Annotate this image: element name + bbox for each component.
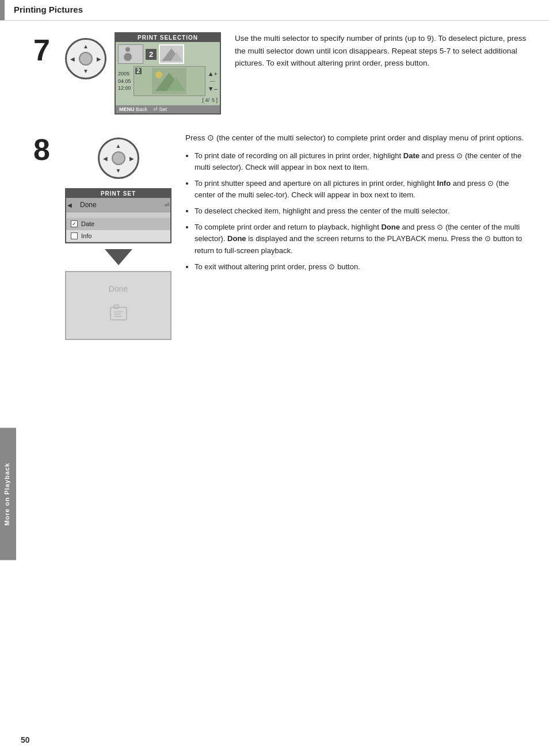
lcd-corner-info: [ 4/ 5 ] bbox=[118, 97, 218, 103]
lcd-done-screen: Done bbox=[65, 271, 171, 340]
step-7-description: Use the multi selector to specify number… bbox=[235, 34, 526, 67]
bullet-4: To complete print order and return to pl… bbox=[195, 222, 532, 256]
lcd-main-row: 2005 04.05 12:00 2 bbox=[118, 66, 218, 96]
lcd-thumb-1 bbox=[118, 44, 143, 64]
lcd-print-selection: PRINT SELECTION 2 bbox=[115, 32, 221, 114]
camera-nav-7: ▲ ▼ ◀ ▶ bbox=[65, 38, 106, 79]
nav-center-button bbox=[79, 52, 93, 66]
lcd-done-label: Done bbox=[80, 201, 97, 209]
step-8-text: Press ⊙ (the center of the multi selecto… bbox=[171, 132, 532, 277]
bullet-3: To deselect checked item, highlight and … bbox=[195, 205, 532, 217]
step-7-row: 7 ▲ ▼ ◀ ▶ PRINT SELECTION bbox=[33, 32, 532, 114]
lcd-done-row: ◀ Done ⏎ bbox=[66, 198, 170, 212]
sidebar: More on Playback bbox=[0, 21, 16, 756]
lcd-thumb-2 bbox=[159, 44, 184, 64]
lcd-info-label: Info bbox=[81, 232, 92, 239]
step-8-bullets: To print date of recording on all pictur… bbox=[185, 150, 532, 273]
svg-point-1 bbox=[124, 53, 132, 61]
svg-point-7 bbox=[155, 71, 162, 78]
nav-center-8 bbox=[112, 151, 125, 165]
lcd-set: ⏎ Set bbox=[153, 106, 167, 112]
main-content: 7 ▲ ▼ ◀ ▶ PRINT SELECTION bbox=[16, 21, 549, 380]
lcd-minus: ▼– bbox=[208, 85, 218, 92]
info-checkbox bbox=[71, 232, 78, 239]
step-8-number: 8 bbox=[33, 135, 65, 165]
nav-arrow-left-8: ◀ bbox=[103, 155, 108, 162]
lcd-right-arrow: ⏎ bbox=[165, 202, 169, 208]
step-8-images: ▲ ▼ ◀ ▶ PRINT SET ◀ Done ⏎ ✓ bbox=[65, 132, 171, 340]
lcd-date-md: 04.05 bbox=[118, 78, 131, 85]
sidebar-label: More on Playback bbox=[0, 428, 16, 560]
lcd-body: 2 2005 04.05 bbox=[116, 42, 220, 105]
step-7-images: ▲ ▼ ◀ ▶ PRINT SELECTION bbox=[65, 32, 221, 114]
lcd-date-item: ✓ Date bbox=[66, 218, 170, 230]
lcd-arrows: ▲+ — ▼– bbox=[208, 70, 218, 92]
bullet-1: To print date of recording on all pictur… bbox=[195, 150, 532, 173]
date-checkbox: ✓ bbox=[71, 220, 78, 227]
step-7-number: 7 bbox=[33, 35, 65, 65]
lcd-done-icon bbox=[108, 303, 129, 327]
lcd-title: PRINT SELECTION bbox=[116, 33, 220, 42]
nav-arrow-left: ◀ bbox=[70, 56, 75, 62]
lcd-count: 2 bbox=[146, 49, 157, 60]
page-title: Printing Pictures bbox=[5, 0, 92, 20]
lcd-plus: ▲+ bbox=[208, 70, 218, 77]
lcd-print-set: PRINT SET ◀ Done ⏎ ✓ Date Info bbox=[65, 188, 171, 243]
svg-point-0 bbox=[125, 47, 130, 52]
nav-arrow-down-8: ▼ bbox=[116, 167, 121, 174]
camera-nav-8: ▲ ▼ ◀ ▶ bbox=[98, 138, 139, 179]
nav-arrow-right-8: ▶ bbox=[129, 155, 134, 162]
step-8-row: 8 ▲ ▼ ◀ ▶ PRINT SET ◀ Done ⏎ bbox=[33, 132, 532, 340]
lcd-printset-body: ◀ Done ⏎ ✓ Date Info bbox=[66, 198, 170, 242]
lcd-main-count: 2 bbox=[135, 68, 142, 74]
lcd-separator: — bbox=[210, 78, 215, 84]
page-header: Printing Pictures bbox=[0, 0, 549, 21]
step-7-text: Use the multi selector to specify number… bbox=[221, 32, 532, 70]
lcd-frame: [ 4/ bbox=[202, 97, 209, 103]
lcd-done-screen-text: Done bbox=[109, 284, 128, 293]
down-arrow-container bbox=[105, 249, 132, 265]
lcd-date-year: 2005 bbox=[118, 70, 131, 78]
nav-arrow-right: ▶ bbox=[97, 56, 101, 62]
down-arrow bbox=[105, 249, 132, 265]
page-number: 50 bbox=[21, 735, 30, 744]
lcd-main-image: 2 bbox=[134, 66, 205, 96]
lcd-left-arrow: ◀ bbox=[67, 202, 72, 208]
nav-arrow-up: ▲ bbox=[83, 43, 89, 49]
bullet-5: To exit without altering print order, pr… bbox=[195, 261, 532, 273]
step-8-intro: Press ⊙ (the center of the multi selecto… bbox=[185, 132, 532, 144]
lcd-menu-back: MENU Back bbox=[119, 106, 147, 112]
lcd-thumbnails: 2 bbox=[118, 44, 218, 64]
lcd-bottom-bar: MENU Back ⏎ Set bbox=[116, 105, 220, 113]
bullet-2: To print shutter speed and aperture on a… bbox=[195, 178, 532, 201]
nav-arrow-up-8: ▲ bbox=[116, 143, 121, 149]
nav-arrow-down: ▼ bbox=[83, 68, 89, 74]
lcd-info-item: Info bbox=[66, 230, 170, 242]
header-accent bbox=[0, 0, 5, 20]
lcd-date-time: 12:00 bbox=[118, 85, 131, 92]
lcd-printset-title: PRINT SET bbox=[66, 189, 170, 198]
lcd-gap bbox=[66, 212, 170, 218]
lcd-date: 2005 04.05 12:00 bbox=[118, 70, 131, 92]
lcd-total: 5 ] bbox=[212, 97, 218, 103]
svg-rect-8 bbox=[110, 307, 127, 320]
lcd-date-label: Date bbox=[81, 220, 94, 227]
